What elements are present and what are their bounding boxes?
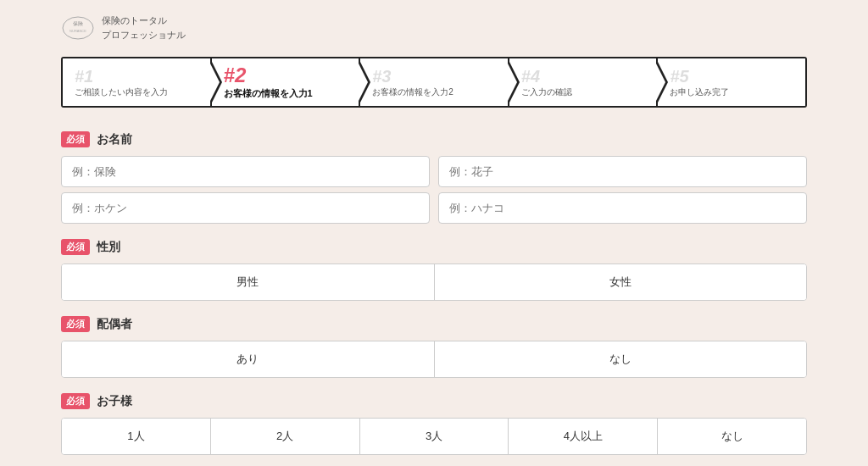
gender-male-button[interactable]: 男性 (62, 264, 435, 300)
spouse-title: 配偶者 (97, 317, 132, 332)
children-required-badge: 必須 (61, 393, 90, 409)
first-name-kana-input[interactable] (438, 192, 807, 224)
spouse-no-button[interactable]: なし (435, 341, 807, 377)
step-1[interactable]: #1 ご相談したい内容を入力 (63, 58, 212, 106)
step-3-number: #3 (372, 68, 503, 85)
step-2-number: #2 (224, 65, 354, 86)
children-button-group: 1人 2人 3人 4人以上 なし (61, 418, 807, 455)
step-2-label: お客様の情報を入力1 (224, 87, 354, 99)
last-name-kanji-input[interactable] (61, 156, 430, 187)
steps-bar: #1 ご相談したい内容を入力 #2 お客様の情報を入力1 #3 お客様の情報を入… (61, 57, 807, 108)
step-3[interactable]: #3 お客様の情報を入力2 (360, 58, 509, 106)
svg-text:保険: 保険 (73, 21, 83, 26)
children-3-button[interactable]: 3人 (360, 419, 509, 454)
children-4plus-button[interactable]: 4人以上 (509, 419, 658, 454)
spouse-section: 必須 配偶者 あり なし (61, 316, 807, 378)
logo-text: 保険のトータル プロフェッショナル (102, 14, 186, 42)
svg-point-0 (63, 17, 93, 39)
step-4[interactable]: #4 ご入力の確認 (509, 58, 659, 106)
name-section: 必須 お名前 (61, 131, 807, 224)
gender-section: 必須 性別 男性 女性 (61, 239, 807, 301)
logo-area: 保険 NURANCE 保険のトータル プロフェッショナル (61, 14, 807, 42)
step-5[interactable]: #5 お申し込み完了 (658, 58, 805, 106)
name-required-badge: 必須 (61, 131, 90, 147)
svg-text:NURANCE: NURANCE (70, 29, 86, 33)
children-header: 必須 お子様 (61, 393, 807, 409)
logo-icon: 保険 NURANCE (61, 15, 95, 41)
gender-header: 必須 性別 (61, 239, 807, 255)
gender-button-group: 男性 女性 (61, 264, 807, 301)
last-name-kana-input[interactable] (61, 192, 430, 224)
children-section: 必須 お子様 1人 2人 3人 4人以上 なし (61, 393, 807, 455)
name-row-1 (61, 156, 807, 187)
page-wrapper: 保険 NURANCE 保険のトータル プロフェッショナル #1 ご相談したい内容… (44, 0, 824, 466)
step-4-number: #4 (521, 68, 652, 85)
first-name-kanji-input[interactable] (438, 156, 807, 187)
gender-female-button[interactable]: 女性 (435, 264, 807, 300)
name-title: お名前 (97, 132, 132, 147)
step-5-number: #5 (670, 68, 800, 85)
children-1-button[interactable]: 1人 (62, 419, 211, 454)
spouse-yes-button[interactable]: あり (62, 341, 435, 377)
step-1-label: ご相談したい内容を入力 (75, 86, 205, 97)
gender-required-badge: 必須 (61, 239, 90, 255)
step-5-label: お申し込み完了 (670, 86, 800, 97)
name-row-2 (61, 192, 807, 224)
children-title: お子様 (97, 394, 132, 409)
spouse-header: 必須 配偶者 (61, 316, 807, 332)
step-2[interactable]: #2 お客様の情報を入力1 (212, 58, 361, 106)
gender-title: 性別 (97, 240, 120, 255)
spouse-button-group: あり なし (61, 341, 807, 378)
children-2-button[interactable]: 2人 (211, 419, 360, 454)
step-4-label: ご入力の確認 (521, 86, 652, 97)
step-3-label: お客様の情報を入力2 (372, 86, 503, 97)
name-header: 必須 お名前 (61, 131, 807, 147)
step-1-number: #1 (75, 68, 205, 85)
children-none-button[interactable]: なし (658, 419, 806, 454)
spouse-required-badge: 必須 (61, 316, 90, 332)
